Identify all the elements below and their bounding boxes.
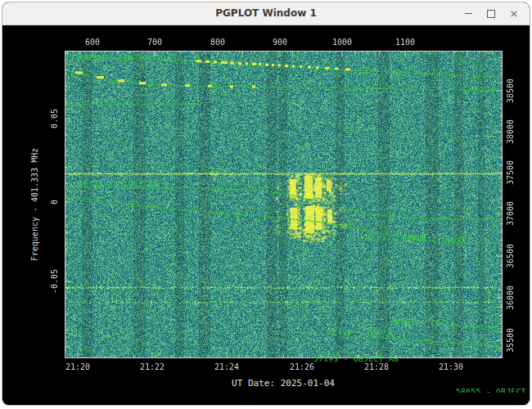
doppler-marker-dash — [345, 68, 350, 70]
right-axis-tick-label: 35500 — [506, 328, 515, 353]
top-axis-tick-label: 900 — [273, 38, 287, 47]
maximize-icon — [487, 10, 495, 18]
doppler-marker-dash — [185, 84, 190, 87]
plot-overlay: 63230 - ION SCV-01766711 - FLOCK 4H 8605… — [65, 51, 503, 358]
right-axis-tick-label: 37500 — [506, 160, 515, 185]
doppler-marker-dash — [75, 71, 83, 74]
right-axis-tick-label: 38500 — [506, 79, 515, 103]
doppler-marker-dash — [196, 60, 201, 62]
top-axis-tick-label: 800 — [210, 38, 225, 47]
bottom-axis-tick-label: 21:20 — [65, 362, 90, 371]
flock-4h-8-trace — [65, 187, 503, 219]
doppler-marker-dash — [272, 64, 274, 66]
plot-canvas-area: 63230 - ION SCV-01766711 - FLOCK 4H 8605… — [2, 25, 530, 405]
x-axis-title-ut-date: UT Date: 2025-01-04 — [232, 378, 335, 389]
doppler-marker-dash — [118, 79, 124, 82]
minimize-button[interactable] — [462, 8, 474, 20]
doppler-marker-dash — [308, 66, 311, 69]
lemur-2-lloyd-label: 60577 - LEMUR 2 LLOYD — [362, 234, 467, 243]
close-icon: × — [510, 8, 519, 19]
close-button[interactable]: × — [508, 8, 520, 20]
ion-scv-017-label: 63230 - ION SCV-017 — [78, 53, 173, 62]
doppler-marker-dash — [246, 62, 248, 65]
minimize-icon — [465, 13, 472, 14]
doppler-marker-dash — [238, 62, 241, 65]
bottom-axis-tick-label: 21:24 — [214, 362, 239, 371]
doppler-marker-dash — [325, 67, 329, 70]
right-axis-tick-label: 36500 — [506, 244, 515, 268]
right-axis-tick-label: 36000 — [506, 285, 515, 310]
bottom-axis-tick-label: 21:30 — [439, 362, 463, 371]
doppler-marker-dash — [335, 67, 338, 70]
upper-doppler-trace — [65, 70, 503, 91]
csc-2-label: 58021 - CSC-2 — [390, 318, 456, 327]
doppler-marker-dash — [285, 65, 288, 67]
top-axis-tick-label: 1100 — [395, 38, 415, 47]
doppler-marker-dash — [265, 63, 268, 65]
doppler-marker-dash — [214, 61, 217, 63]
top-axis-tick-label: 600 — [85, 38, 100, 47]
doppler-marker-dash — [230, 61, 234, 64]
top-axis-tick-label: 1000 — [332, 38, 352, 47]
right-axis-tick-label: 38000 — [506, 119, 515, 144]
doppler-marker-dash — [139, 82, 146, 84]
object-d-label: 58655 - OBJECT D — [456, 387, 530, 396]
left-axis-tick-label: 0.05 — [50, 109, 59, 128]
bottom-axis-tick-label: 21:28 — [364, 362, 389, 371]
doppler-marker-dash — [205, 61, 210, 63]
bottom-axis-tick-label: 21:22 — [140, 362, 165, 371]
doppler-marker-dash — [252, 86, 255, 88]
doppler-marker-dash — [300, 65, 302, 68]
window-controls: × — [462, 2, 520, 25]
titlebar[interactable]: PGPLOT Window 1 × — [2, 2, 530, 25]
bottom-axis-tick-label: 21:26 — [290, 362, 314, 371]
doppler-marker-dash — [97, 76, 104, 79]
flock-4h-8-label: 66711 - FLOCK 4H 8 — [79, 179, 169, 188]
doppler-marker-dash — [230, 85, 233, 88]
doppler-marker-dash — [278, 64, 281, 66]
doppler-marker-dash — [208, 85, 212, 88]
doppler-marker-dash — [252, 63, 256, 65]
doppler-marker-dash — [161, 83, 167, 86]
doppler-marker-dash — [292, 65, 295, 67]
left-axis-tick-label: 0 — [50, 200, 59, 204]
doppler-marker-dash — [221, 61, 228, 64]
doppler-marker-dash — [259, 63, 261, 65]
maximize-button[interactable] — [485, 8, 497, 20]
doppler-marker-dash — [316, 66, 318, 69]
right-axis-tick-label: 37000 — [506, 201, 515, 226]
bro-6-trace — [339, 337, 503, 347]
window-title: PGPLOT Window 1 — [2, 2, 530, 25]
spectrogram-plot[interactable]: 63230 - ION SCV-01766711 - FLOCK 4H 8605… — [65, 51, 503, 358]
y-axis-title: Frequency - 401.333 MHz — [30, 148, 39, 261]
top-axis-tick-label: 700 — [147, 38, 162, 47]
bro-6-label: 52420 - BRO-6 — [327, 327, 393, 336]
pgplot-window: PGPLOT Window 1 × 63230 - ION SCV-017667… — [2, 2, 530, 406]
left-axis-tick-label: -0.05 — [50, 269, 59, 294]
